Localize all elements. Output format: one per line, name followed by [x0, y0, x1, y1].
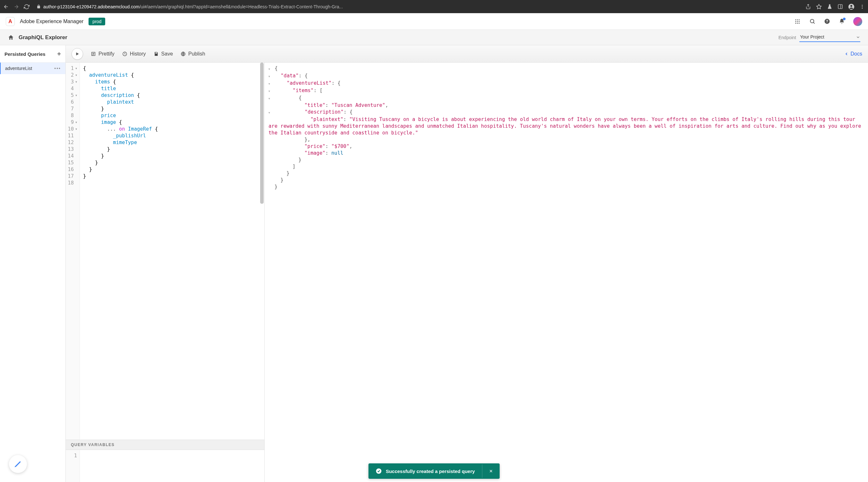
forward-icon[interactable]: [13, 4, 19, 10]
sidebar-header: Persisted Queries +: [0, 45, 65, 63]
user-avatar[interactable]: [853, 17, 862, 26]
save-button[interactable]: Save: [154, 51, 173, 57]
query-pane: 1▼2▼3▼45▼6789▼10▼1112131415161718 { adve…: [66, 63, 265, 482]
endpoint-select[interactable]: Your Project: [799, 33, 860, 42]
endpoint-label: Endpoint: [778, 35, 796, 40]
svg-point-15: [810, 19, 814, 23]
product-name: Adobe Experience Manager: [20, 19, 84, 24]
query-variables-header[interactable]: QUERY VARIABLES: [66, 440, 264, 450]
svg-point-12: [795, 23, 796, 24]
svg-point-8: [799, 19, 800, 20]
query-variables-editor[interactable]: 1: [66, 450, 264, 482]
flask-icon[interactable]: [827, 4, 832, 9]
help-icon[interactable]: ?: [824, 18, 830, 25]
browser-chrome: author-p123104-e1209472.adobeaemcloud.co…: [0, 0, 868, 13]
query-editor[interactable]: 1▼2▼3▼45▼6789▼10▼1112131415161718 { adve…: [66, 63, 264, 440]
bell-icon[interactable]: [838, 18, 845, 25]
svg-point-7: [797, 19, 798, 20]
docs-button[interactable]: Docs: [844, 51, 862, 57]
apps-icon[interactable]: [794, 18, 801, 25]
home-icon[interactable]: [8, 34, 14, 41]
main-content: Persisted Queries + adventureList ••• Pr…: [0, 45, 868, 482]
result-pane[interactable]: ▼ { ▼ "data": { ▼ "adventureList": { ▼ "…: [265, 63, 868, 482]
notification-dot: [843, 18, 845, 20]
sidebar: Persisted Queries + adventureList •••: [0, 45, 66, 482]
svg-point-9: [795, 21, 796, 22]
svg-text:?: ?: [826, 19, 828, 23]
sidebar-title: Persisted Queries: [4, 51, 45, 57]
history-button[interactable]: History: [122, 51, 146, 57]
kebab-icon[interactable]: [860, 4, 865, 9]
endpoint-value: Your Project: [800, 34, 825, 39]
chevron-down-icon: [856, 35, 860, 39]
line-gutter: 1▼2▼3▼45▼6789▼10▼1112131415161718: [66, 63, 80, 440]
environment-badge: prod: [89, 18, 105, 25]
editor-content: Prettify History Save Publish Docs 1▼2▼3…: [66, 45, 868, 482]
prettify-button[interactable]: Prettify: [91, 51, 115, 57]
toast-close-button[interactable]: [482, 464, 499, 478]
star-icon[interactable]: [816, 4, 822, 10]
svg-point-2: [850, 5, 852, 7]
success-toast: Successfully created a persisted query: [369, 463, 500, 479]
reload-icon[interactable]: [24, 4, 30, 10]
panel-icon[interactable]: [838, 4, 843, 9]
query-name: adventureList: [5, 66, 32, 71]
toast-message: Successfully created a persisted query: [386, 469, 475, 474]
publish-button[interactable]: Publish: [181, 51, 205, 57]
svg-rect-0: [838, 4, 842, 9]
persisted-query-item[interactable]: adventureList •••: [0, 63, 65, 74]
help-fab[interactable]: [9, 455, 27, 473]
share-icon[interactable]: [805, 4, 811, 9]
svg-point-10: [797, 21, 798, 22]
svg-point-4: [862, 6, 863, 7]
svg-point-3: [862, 5, 863, 6]
editor-toolbar: Prettify History Save Publish Docs: [66, 45, 868, 63]
back-icon[interactable]: [3, 4, 9, 10]
breadcrumb-bar: GraphiQL Explorer Endpoint Your Project: [0, 30, 868, 45]
lock-icon: [37, 4, 41, 9]
editor-area: 1▼2▼3▼45▼6789▼10▼1112131415161718 { adve…: [66, 63, 868, 482]
scrollbar[interactable]: [260, 63, 264, 204]
url-bar[interactable]: author-p123104-e1209472.adobeaemcloud.co…: [34, 4, 801, 9]
add-query-button[interactable]: +: [57, 50, 61, 58]
svg-point-13: [797, 23, 798, 24]
adobe-logo-icon[interactable]: A: [6, 17, 15, 26]
svg-point-11: [799, 21, 800, 22]
svg-point-6: [795, 19, 796, 20]
more-icon[interactable]: •••: [54, 66, 61, 71]
svg-point-5: [862, 8, 863, 9]
query-code[interactable]: { adventureList { items { title descript…: [80, 63, 264, 440]
aem-topbar: A Adobe Experience Manager prod ?: [0, 13, 868, 30]
check-icon: [376, 468, 382, 474]
execute-button[interactable]: [71, 48, 83, 60]
svg-point-14: [799, 23, 800, 24]
url-text: author-p123104-e1209472.adobeaemcloud.co…: [43, 4, 343, 9]
profile-icon[interactable]: [848, 3, 855, 10]
search-icon[interactable]: [809, 18, 815, 25]
vars-gutter: 1: [66, 450, 80, 482]
page-title: GraphiQL Explorer: [19, 34, 67, 41]
